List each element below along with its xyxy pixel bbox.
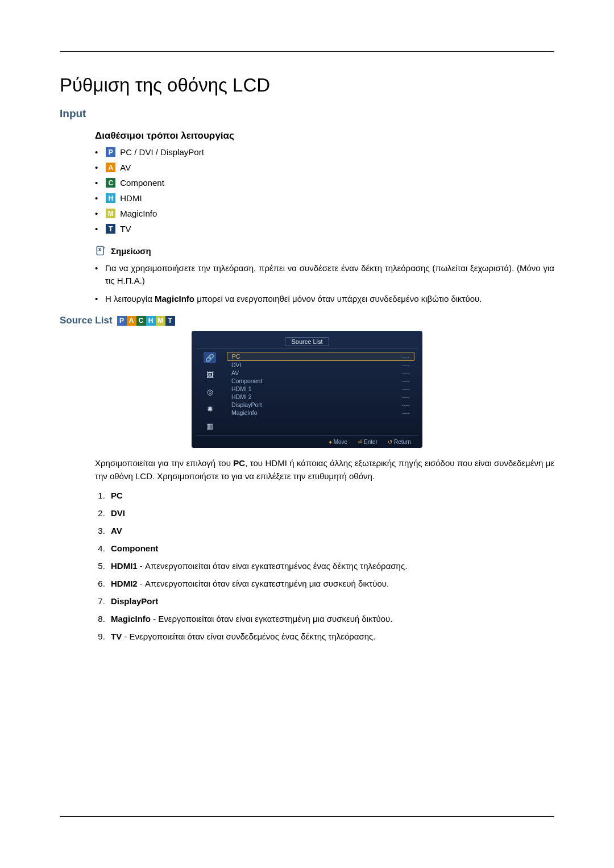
- osd-item-component: Component----: [227, 377, 414, 385]
- source-numbered-list: PC DVI AV Component HDMI1 - Απενεργοποιε…: [95, 491, 554, 641]
- osd-item-dvi: DVI----: [227, 361, 414, 369]
- mode-hdmi-label: HDMI: [120, 193, 142, 203]
- strip-a-icon: A: [127, 316, 136, 326]
- mode-component: C Component: [95, 178, 554, 188]
- note-icon: [95, 245, 106, 256]
- list-item-hdmi1: HDMI1 - Απενεργοποιείται όταν είναι εγκα…: [107, 561, 554, 571]
- osd-title: Source List: [285, 337, 329, 346]
- source-list-heading: Source List P A C H M T: [60, 315, 554, 326]
- osd-icon-4: ✺: [204, 403, 216, 414]
- badge-p-icon: P: [106, 147, 115, 157]
- badge-c-icon: C: [106, 178, 115, 188]
- mode-av-label: AV: [120, 163, 131, 172]
- mode-av: A AV: [95, 163, 554, 172]
- source-list-label: Source List: [60, 315, 113, 326]
- strip-t-icon: T: [165, 316, 175, 326]
- top-rule: [60, 51, 554, 52]
- source-list-description: Χρησιμοποιείται για την επιλογή του PC, …: [95, 457, 554, 483]
- list-item-hdmi2: HDMI2 - Απενεργοποιείται όταν είναι εγκα…: [107, 579, 554, 588]
- mode-hdmi: H HDMI: [95, 193, 554, 203]
- mode-tv-label: TV: [120, 224, 131, 234]
- mode-tv: T TV: [95, 224, 554, 234]
- strip-c-icon: C: [136, 316, 146, 326]
- section-input: Input: [60, 107, 554, 120]
- badge-h-icon: H: [106, 193, 115, 203]
- list-item-tv: TV - Ενεργοποιείται όταν είναι συνδεδεμέ…: [107, 632, 554, 641]
- mode-magicinfo: M MagicInfo: [95, 209, 554, 218]
- badge-strip: P A C H M T: [117, 316, 175, 326]
- osd-footer: ♦Move ⏎Enter ↺Return: [196, 435, 418, 448]
- list-item-displayport: DisplayPort: [107, 596, 554, 606]
- list-item-magicinfo: MagicInfo - Ενεργοποιείται όταν είναι εγ…: [107, 614, 554, 624]
- osd-icon-2: 🖼: [204, 369, 216, 380]
- page-title: Ρύθμιση της οθόνης LCD: [60, 74, 554, 96]
- badge-m-icon: M: [106, 209, 115, 218]
- note-1: Για να χρησιμοποιήσετε την τηλεόραση, πρ…: [95, 262, 554, 287]
- osd-icon-3: ◎: [204, 386, 216, 397]
- note-heading: Σημείωση: [95, 245, 554, 256]
- osd-item-pc: PC----: [227, 352, 414, 361]
- list-item-component: Component: [107, 543, 554, 553]
- mode-magicinfo-label: MagicInfo: [120, 209, 157, 218]
- list-item-dvi: DVI: [107, 508, 554, 518]
- osd-icon-5: ▥: [204, 420, 216, 431]
- mode-pc: P PC / DVI / DisplayPort: [95, 147, 554, 157]
- badge-t-icon: T: [106, 224, 115, 234]
- notes-list: Για να χρησιμοποιήσετε την τηλεόραση, πρ…: [95, 262, 554, 305]
- osd-screenshot: Source List 🔗 🖼 ◎ ✺ ▥ PC---- DVI---- AV-…: [60, 331, 554, 448]
- mode-component-label: Component: [120, 178, 164, 188]
- bottom-rule: [60, 816, 554, 817]
- strip-m-icon: M: [156, 316, 165, 326]
- osd-item-hdmi1: HDMI 1----: [227, 385, 414, 393]
- list-item-av: AV: [107, 526, 554, 535]
- osd-item-magicinfo: MagicInfo----: [227, 409, 414, 417]
- mode-pc-label: PC / DVI / DisplayPort: [120, 147, 204, 157]
- list-item-pc: PC: [107, 491, 554, 500]
- osd-menu: PC---- DVI---- AV---- Component---- HDMI…: [223, 348, 418, 435]
- osd-item-hdmi2: HDMI 2----: [227, 393, 414, 401]
- osd-side-icons: 🔗 🖼 ◎ ✺ ▥: [196, 348, 223, 435]
- badge-a-icon: A: [106, 163, 115, 172]
- osd-item-displayport: DisplayPort----: [227, 401, 414, 409]
- subsection-modes: Διαθέσιμοι τρόποι λειτουργίας: [95, 130, 554, 142]
- note-label: Σημείωση: [111, 246, 151, 256]
- modes-list: P PC / DVI / DisplayPort A AV C Componen…: [95, 147, 554, 234]
- osd-icon-1: 🔗: [204, 352, 216, 363]
- strip-p-icon: P: [117, 316, 127, 326]
- osd-item-av: AV----: [227, 369, 414, 377]
- strip-h-icon: H: [146, 316, 156, 326]
- note-2: Η λειτουργία MagicInfo μπορεί να ενεργοπ…: [95, 293, 554, 305]
